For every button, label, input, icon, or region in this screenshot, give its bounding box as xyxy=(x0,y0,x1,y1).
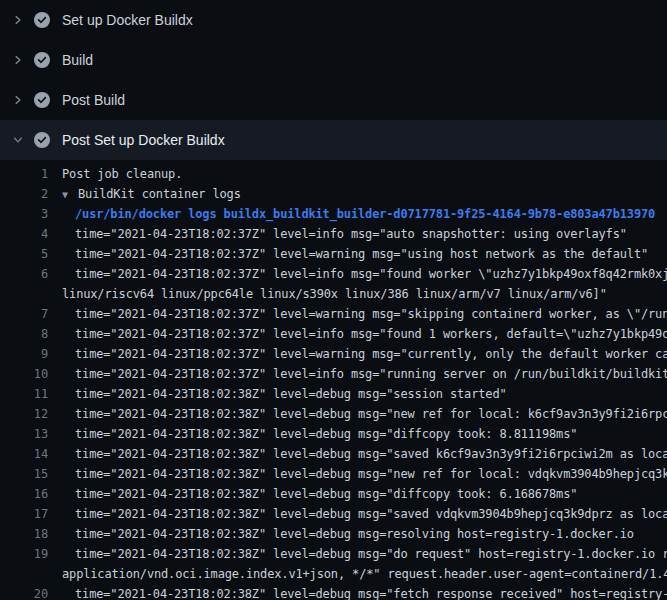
log-line-text: ▼linux/riscv64 linux/ppc64le linux/s390x… xyxy=(62,284,607,304)
log-line: 12 ▼time="2021-04-23T18:02:38Z" level=de… xyxy=(0,404,667,424)
log-line-number[interactable]: 11 xyxy=(0,384,48,404)
log-line-number[interactable]: 10 xyxy=(0,364,48,384)
log-line-number xyxy=(0,564,48,584)
check-circle-icon xyxy=(34,12,50,28)
log-line-content: time="2021-04-23T18:02:37Z" level=info m… xyxy=(75,367,667,381)
log-line-content: time="2021-04-23T18:02:37Z" level=info m… xyxy=(75,227,627,241)
log-line-number xyxy=(0,284,48,304)
log-line-number[interactable]: 16 xyxy=(0,484,48,504)
log-line: 8 ▼time="2021-04-23T18:02:37Z" level=inf… xyxy=(0,324,667,344)
log-line-content: linux/riscv64 linux/ppc64le linux/s390x … xyxy=(62,287,607,301)
log-line-text: ▼time="2021-04-23T18:02:38Z" level=debug… xyxy=(75,404,667,424)
step-row-post-build[interactable]: Post Build xyxy=(0,80,667,120)
log-line-content: time="2021-04-23T18:02:38Z" level=debug … xyxy=(75,427,577,441)
step-row-set-up-docker-buildx[interactable]: Set up Docker Buildx xyxy=(0,0,667,40)
chevron-right-icon xyxy=(12,14,24,26)
log-line-text: ▼time="2021-04-23T18:02:38Z" level=debug… xyxy=(75,444,667,464)
step-label: Post Build xyxy=(62,92,125,108)
log-line[interactable]: 2 ▼BuildKit container logs xyxy=(0,184,667,204)
actions-log-viewer: Set up Docker Buildx Build P xyxy=(0,0,667,600)
step-row-build[interactable]: Build xyxy=(0,40,667,80)
log-area: 1 ▼Post job cleanup. 2 ▼BuildKit contain… xyxy=(0,160,667,600)
log-line-text: ▼time="2021-04-23T18:02:38Z" level=debug… xyxy=(75,544,667,564)
log-line-text: ▼time="2021-04-23T18:02:37Z" level=warni… xyxy=(75,344,667,364)
log-line-text: ▼time="2021-04-23T18:02:38Z" level=debug… xyxy=(75,504,667,524)
log-line-number[interactable]: 5 xyxy=(0,244,48,264)
log-line: ▼application/vnd.oci.image.index.v1+json… xyxy=(0,564,667,584)
steps-list: Set up Docker Buildx Build P xyxy=(0,0,667,160)
log-line: 18 ▼time="2021-04-23T18:02:38Z" level=de… xyxy=(0,524,667,544)
log-line: 17 ▼time="2021-04-23T18:02:38Z" level=de… xyxy=(0,504,667,524)
log-line-content: time="2021-04-23T18:02:38Z" level=debug … xyxy=(75,507,667,521)
log-line: 15 ▼time="2021-04-23T18:02:38Z" level=de… xyxy=(0,464,667,484)
log-line: 3 ▼/usr/bin/docker logs buildx_buildkit_… xyxy=(0,204,667,224)
log-line-text: ▼time="2021-04-23T18:02:37Z" level=info … xyxy=(75,264,667,284)
log-line-number[interactable]: 2 xyxy=(0,184,48,204)
chevron-right-icon xyxy=(12,54,24,66)
log-line-number[interactable]: 17 xyxy=(0,504,48,524)
log-line-text: ▼application/vnd.oci.image.index.v1+json… xyxy=(62,564,667,584)
log-line: 5 ▼time="2021-04-23T18:02:37Z" level=war… xyxy=(0,244,667,264)
log-line-text: ▼BuildKit container logs xyxy=(62,184,241,204)
log-line-content: /usr/bin/docker logs buildx_buildkit_bui… xyxy=(75,207,655,221)
log-line-content: time="2021-04-23T18:02:37Z" level=warnin… xyxy=(75,307,667,321)
step-row-post-set-up-docker-buildx[interactable]: Post Set up Docker Buildx xyxy=(0,120,667,160)
log-line: 6 ▼time="2021-04-23T18:02:37Z" level=inf… xyxy=(0,264,667,284)
log-line-number[interactable]: 3 xyxy=(0,204,48,224)
log-line-number[interactable]: 14 xyxy=(0,444,48,464)
log-line: 1 ▼Post job cleanup. xyxy=(0,164,667,184)
log-line-number[interactable]: 7 xyxy=(0,304,48,324)
log-line-text: ▼time="2021-04-23T18:02:38Z" level=debug… xyxy=(75,424,577,444)
log-line-content: BuildKit container logs xyxy=(78,187,241,201)
log-line-text: ▼/usr/bin/docker logs buildx_buildkit_bu… xyxy=(75,204,655,224)
log-line-number[interactable]: 20 xyxy=(0,584,48,600)
log-line-content: time="2021-04-23T18:02:38Z" level=debug … xyxy=(75,387,507,401)
log-line-number[interactable]: 1 xyxy=(0,164,48,184)
log-line-text: ▼Post job cleanup. xyxy=(62,164,182,184)
step-label: Build xyxy=(62,52,93,68)
log-line-text: ▼time="2021-04-23T18:02:37Z" level=info … xyxy=(75,364,667,384)
chevron-down-icon xyxy=(12,134,24,146)
log-line-text: ▼time="2021-04-23T18:02:38Z" level=debug… xyxy=(75,464,667,484)
log-line-text: ▼time="2021-04-23T18:02:37Z" level=info … xyxy=(75,224,627,244)
log-line-content: time="2021-04-23T18:02:37Z" level=warnin… xyxy=(75,247,648,261)
log-line-number[interactable]: 6 xyxy=(0,264,48,284)
check-circle-icon xyxy=(34,52,50,68)
log-line-text: ▼time="2021-04-23T18:02:38Z" level=debug… xyxy=(75,524,634,544)
step-label: Post Set up Docker Buildx xyxy=(62,132,225,148)
log-line: 7 ▼time="2021-04-23T18:02:37Z" level=war… xyxy=(0,304,667,324)
log-line-text: ▼time="2021-04-23T18:02:38Z" level=debug… xyxy=(75,384,507,404)
log-line-number[interactable]: 9 xyxy=(0,344,48,364)
log-line-content: time="2021-04-23T18:02:38Z" level=debug … xyxy=(75,407,667,421)
log-line-content: time="2021-04-23T18:02:38Z" level=debug … xyxy=(75,587,667,600)
log-line-number[interactable]: 8 xyxy=(0,324,48,344)
log-line-content: time="2021-04-23T18:02:38Z" level=debug … xyxy=(75,527,634,541)
log-line-content: time="2021-04-23T18:02:38Z" level=debug … xyxy=(75,447,667,461)
log-line-number[interactable]: 13 xyxy=(0,424,48,444)
group-caret-icon[interactable]: ▼ xyxy=(62,185,78,205)
log-line-content: time="2021-04-23T18:02:38Z" level=debug … xyxy=(75,467,667,481)
log-line: 11 ▼time="2021-04-23T18:02:38Z" level=de… xyxy=(0,384,667,404)
log-line-text: ▼time="2021-04-23T18:02:38Z" level=debug… xyxy=(75,584,667,600)
log-line-number[interactable]: 18 xyxy=(0,524,48,544)
log-line: 10 ▼time="2021-04-23T18:02:37Z" level=in… xyxy=(0,364,667,384)
log-line-text: ▼time="2021-04-23T18:02:38Z" level=debug… xyxy=(75,484,577,504)
log-line-text: ▼time="2021-04-23T18:02:37Z" level=warni… xyxy=(75,304,667,324)
log-line: 16 ▼time="2021-04-23T18:02:38Z" level=de… xyxy=(0,484,667,504)
log-line: 13 ▼time="2021-04-23T18:02:38Z" level=de… xyxy=(0,424,667,444)
log-line-number[interactable]: 19 xyxy=(0,544,48,564)
log-line: ▼linux/riscv64 linux/ppc64le linux/s390x… xyxy=(0,284,667,304)
check-circle-icon xyxy=(34,92,50,108)
chevron-right-icon xyxy=(12,94,24,106)
log-line-content: time="2021-04-23T18:02:37Z" level=info m… xyxy=(75,267,667,281)
log-line-number[interactable]: 12 xyxy=(0,404,48,424)
log-line: 20 ▼time="2021-04-23T18:02:38Z" level=de… xyxy=(0,584,667,600)
log-line-content: time="2021-04-23T18:02:38Z" level=debug … xyxy=(75,547,667,561)
log-line-text: ▼time="2021-04-23T18:02:37Z" level=info … xyxy=(75,324,667,344)
log-line-number[interactable]: 4 xyxy=(0,224,48,244)
log-line-number[interactable]: 15 xyxy=(0,464,48,484)
log-line-content: Post job cleanup. xyxy=(62,167,182,181)
log-line-content: time="2021-04-23T18:02:37Z" level=warnin… xyxy=(75,347,667,361)
log-line: 4 ▼time="2021-04-23T18:02:37Z" level=inf… xyxy=(0,224,667,244)
log-line-content: application/vnd.oci.image.index.v1+json,… xyxy=(62,567,667,581)
